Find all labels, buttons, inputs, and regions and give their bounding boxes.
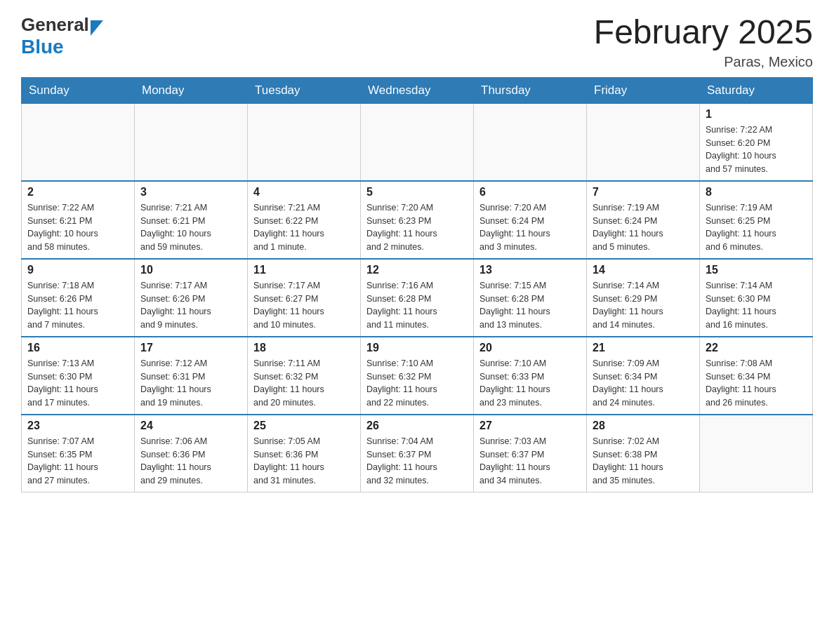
col-friday: Friday [587,77,700,103]
table-row: 17Sunrise: 7:12 AMSunset: 6:31 PMDayligh… [135,337,248,415]
table-row: 5Sunrise: 7:20 AMSunset: 6:23 PMDaylight… [361,181,474,259]
calendar-header-row: Sunday Monday Tuesday Wednesday Thursday… [22,77,813,103]
day-number: 8 [706,186,807,199]
table-row: 28Sunrise: 7:02 AMSunset: 6:38 PMDayligh… [587,415,700,492]
table-row [248,103,361,181]
calendar-week-row: 2Sunrise: 7:22 AMSunset: 6:21 PMDaylight… [22,181,813,259]
day-number: 25 [253,420,355,432]
day-info: Sunrise: 7:20 AMSunset: 6:24 PMDaylight:… [479,201,581,254]
day-info: Sunrise: 7:02 AMSunset: 6:38 PMDaylight:… [593,435,694,488]
day-info: Sunrise: 7:10 AMSunset: 6:32 PMDaylight:… [366,357,468,410]
calendar-week-row: 1Sunrise: 7:22 AMSunset: 6:20 PMDaylight… [22,103,813,181]
page-header: General Blue February 2025 Paras, Mexico [21,14,813,70]
day-number: 21 [593,342,694,354]
day-info: Sunrise: 7:17 AMSunset: 6:26 PMDaylight:… [140,279,241,332]
table-row: 22Sunrise: 7:08 AMSunset: 6:34 PMDayligh… [700,337,813,415]
table-row: 23Sunrise: 7:07 AMSunset: 6:35 PMDayligh… [22,415,135,492]
day-info: Sunrise: 7:19 AMSunset: 6:24 PMDaylight:… [593,201,694,254]
calendar-title: February 2025 [594,14,813,51]
day-number: 11 [253,264,355,276]
table-row [135,103,248,181]
day-info: Sunrise: 7:05 AMSunset: 6:36 PMDaylight:… [253,435,355,488]
col-sunday: Sunday [22,77,135,103]
day-info: Sunrise: 7:21 AMSunset: 6:21 PMDaylight:… [140,201,241,254]
table-row: 4Sunrise: 7:21 AMSunset: 6:22 PMDaylight… [248,181,361,259]
day-info: Sunrise: 7:03 AMSunset: 6:37 PMDaylight:… [479,435,581,488]
day-info: Sunrise: 7:15 AMSunset: 6:28 PMDaylight:… [479,279,581,332]
day-number: 4 [253,186,355,199]
calendar-week-row: 23Sunrise: 7:07 AMSunset: 6:35 PMDayligh… [22,415,813,492]
day-number: 12 [366,264,468,276]
day-number: 3 [140,186,241,199]
calendar-week-row: 16Sunrise: 7:13 AMSunset: 6:30 PMDayligh… [22,337,813,415]
day-number: 24 [140,420,241,432]
day-number: 16 [27,342,128,354]
table-row: 7Sunrise: 7:19 AMSunset: 6:24 PMDaylight… [587,181,700,259]
col-wednesday: Wednesday [361,77,474,103]
day-info: Sunrise: 7:20 AMSunset: 6:23 PMDaylight:… [366,201,468,254]
table-row: 21Sunrise: 7:09 AMSunset: 6:34 PMDayligh… [587,337,700,415]
day-number: 20 [479,342,581,354]
day-info: Sunrise: 7:10 AMSunset: 6:33 PMDaylight:… [479,357,581,410]
col-monday: Monday [135,77,248,103]
day-info: Sunrise: 7:07 AMSunset: 6:35 PMDaylight:… [27,435,128,488]
day-number: 13 [479,264,581,276]
logo: General Blue [21,14,103,58]
table-row [22,103,135,181]
day-info: Sunrise: 7:11 AMSunset: 6:32 PMDaylight:… [253,357,355,410]
table-row: 24Sunrise: 7:06 AMSunset: 6:36 PMDayligh… [135,415,248,492]
day-info: Sunrise: 7:09 AMSunset: 6:34 PMDaylight:… [593,357,694,410]
day-info: Sunrise: 7:21 AMSunset: 6:22 PMDaylight:… [253,201,355,254]
table-row: 14Sunrise: 7:14 AMSunset: 6:29 PMDayligh… [587,259,700,337]
table-row: 26Sunrise: 7:04 AMSunset: 6:37 PMDayligh… [361,415,474,492]
table-row: 2Sunrise: 7:22 AMSunset: 6:21 PMDaylight… [22,181,135,259]
table-row [700,415,813,492]
table-row [474,103,587,181]
day-number: 5 [366,186,468,199]
day-info: Sunrise: 7:22 AMSunset: 6:20 PMDaylight:… [706,123,807,176]
day-info: Sunrise: 7:04 AMSunset: 6:37 PMDaylight:… [366,435,468,488]
calendar-subtitle: Paras, Mexico [594,54,813,70]
table-row: 18Sunrise: 7:11 AMSunset: 6:32 PMDayligh… [248,337,361,415]
col-saturday: Saturday [700,77,813,103]
day-info: Sunrise: 7:14 AMSunset: 6:29 PMDaylight:… [593,279,694,332]
day-info: Sunrise: 7:13 AMSunset: 6:30 PMDaylight:… [27,357,128,410]
table-row: 10Sunrise: 7:17 AMSunset: 6:26 PMDayligh… [135,259,248,337]
calendar-week-row: 9Sunrise: 7:18 AMSunset: 6:26 PMDaylight… [22,259,813,337]
day-info: Sunrise: 7:08 AMSunset: 6:34 PMDaylight:… [706,357,807,410]
col-tuesday: Tuesday [248,77,361,103]
day-number: 17 [140,342,241,354]
day-number: 19 [366,342,468,354]
table-row: 1Sunrise: 7:22 AMSunset: 6:20 PMDaylight… [700,103,813,181]
day-info: Sunrise: 7:18 AMSunset: 6:26 PMDaylight:… [27,279,128,332]
table-row: 15Sunrise: 7:14 AMSunset: 6:30 PMDayligh… [700,259,813,337]
title-section: February 2025 Paras, Mexico [594,14,813,70]
day-info: Sunrise: 7:17 AMSunset: 6:27 PMDaylight:… [253,279,355,332]
day-info: Sunrise: 7:19 AMSunset: 6:25 PMDaylight:… [706,201,807,254]
table-row: 13Sunrise: 7:15 AMSunset: 6:28 PMDayligh… [474,259,587,337]
day-number: 18 [253,342,355,354]
day-number: 22 [706,342,807,354]
table-row: 25Sunrise: 7:05 AMSunset: 6:36 PMDayligh… [248,415,361,492]
table-row: 12Sunrise: 7:16 AMSunset: 6:28 PMDayligh… [361,259,474,337]
day-info: Sunrise: 7:16 AMSunset: 6:28 PMDaylight:… [366,279,468,332]
table-row: 11Sunrise: 7:17 AMSunset: 6:27 PMDayligh… [248,259,361,337]
day-number: 2 [27,186,128,199]
day-number: 15 [706,264,807,276]
day-number: 27 [479,420,581,432]
day-number: 23 [27,420,128,432]
day-number: 14 [593,264,694,276]
day-info: Sunrise: 7:22 AMSunset: 6:21 PMDaylight:… [27,201,128,254]
logo-arrow-icon [91,20,103,36]
day-number: 1 [706,108,807,121]
svg-marker-0 [91,20,103,36]
table-row: 6Sunrise: 7:20 AMSunset: 6:24 PMDaylight… [474,181,587,259]
day-info: Sunrise: 7:12 AMSunset: 6:31 PMDaylight:… [140,357,241,410]
table-row: 8Sunrise: 7:19 AMSunset: 6:25 PMDaylight… [700,181,813,259]
table-row: 20Sunrise: 7:10 AMSunset: 6:33 PMDayligh… [474,337,587,415]
day-number: 6 [479,186,581,199]
table-row: 9Sunrise: 7:18 AMSunset: 6:26 PMDaylight… [22,259,135,337]
day-info: Sunrise: 7:06 AMSunset: 6:36 PMDaylight:… [140,435,241,488]
logo-general-text: General [21,14,89,36]
calendar-table: Sunday Monday Tuesday Wednesday Thursday… [21,77,813,492]
